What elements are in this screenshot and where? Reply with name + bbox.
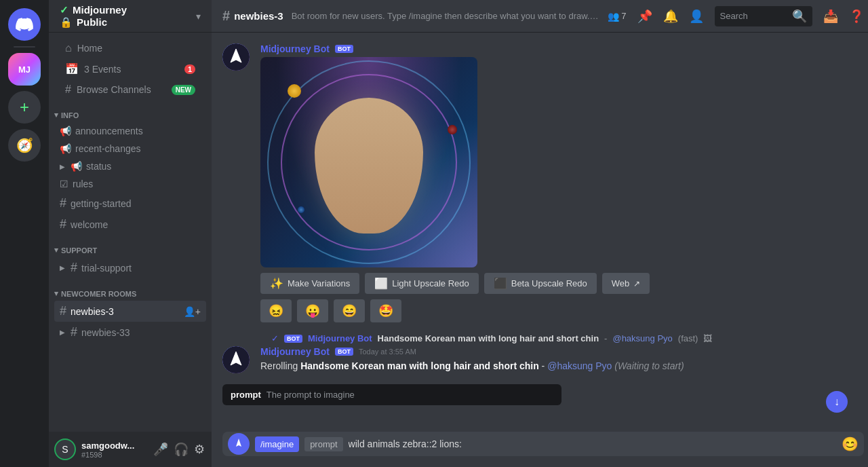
channel-welcome[interactable]: # welcome (54, 214, 206, 235)
channel-header-name: # newbies-3 (222, 8, 283, 24)
message-author-2: Midjourney Bot (260, 346, 330, 357)
message-author-1: Midjourney Bot (260, 43, 330, 54)
channel-trial-support[interactable]: ▶ # trial-support (54, 257, 206, 278)
chat-input-wrapper: /imagine prompt 😊 (222, 432, 864, 456)
bot-badge-2: BOT (335, 348, 353, 356)
scroll-to-bottom-button[interactable]: ↓ (826, 391, 848, 413)
planet-3 (298, 206, 304, 213)
check-icon: ☑ (60, 179, 68, 189)
new-badge: NEW (172, 85, 195, 95)
announce-icon-1: 📢 (60, 126, 71, 136)
prompt-tooltip: prompt The prompt to imagine (222, 384, 561, 405)
server-divider-1 (14, 46, 35, 48)
action-buttons: ✨ Make Variations ⬜ Light Upscale Redo ⬛… (260, 273, 864, 294)
channel-status[interactable]: ▶ 📢 status (54, 157, 206, 175)
message-group-2: Midjourney Bot BOT Today at 3:55 AM Rero… (222, 346, 864, 373)
hash-icon-2: # (60, 217, 66, 231)
user-avatar: S (54, 438, 76, 460)
search-input[interactable] (720, 11, 788, 21)
server-verified-icon: ✓ (60, 4, 68, 16)
verified-icon-context: ✓ (271, 333, 279, 343)
light-upscale-icon: ⬜ (374, 277, 388, 290)
search-bar[interactable]: 🔍 (715, 6, 812, 26)
channel-rules[interactable]: ☑ rules (54, 175, 206, 193)
user-info: samgoodw... #1598 (81, 441, 146, 459)
sidebar-server-midjourney[interactable]: MJ (8, 53, 41, 86)
collapse-arrow-trial: ▶ (60, 264, 65, 272)
headphone-icon[interactable]: 🎧 (172, 441, 190, 458)
reaction-btn-3[interactable]: 😄 (334, 299, 365, 322)
pin-icon[interactable]: 📌 (637, 9, 652, 24)
bell-icon[interactable]: 🔔 (663, 9, 678, 24)
channel-sidebar: ✓ Midjourney 🔒 Public ▾ ⌂ Home 📅 3 Event… (49, 0, 212, 467)
microphone-icon[interactable]: 🎤 (152, 441, 170, 458)
prompt-tag: prompt (304, 437, 342, 451)
message-header-2: Midjourney Bot BOT Today at 3:55 AM (260, 346, 864, 357)
channel-header: # newbies-3 Bot room for new users. Type… (212, 0, 868, 33)
input-area: /imagine prompt 😊 (212, 432, 868, 467)
hash-icon-3: # (71, 261, 77, 275)
message-text-2: Rerolling Handsome Korean man with long … (260, 360, 864, 373)
user-panel: S samgoodw... #1598 🎤 🎧 ⚙ (49, 432, 212, 467)
channel-recent-changes[interactable]: 📢 recent-changes (54, 140, 206, 157)
sidebar-item-home[interactable]: ⌂ Home (54, 38, 206, 58)
planet-2 (448, 125, 457, 134)
chat-input[interactable] (349, 432, 836, 456)
hash-icon-1: # (60, 196, 66, 210)
header-icons: 👥7 📌 🔔 👤 🔍 📥 ❓ (608, 6, 863, 26)
section-support[interactable]: ▾ SUPPORT (49, 235, 212, 257)
sidebar-add-server[interactable]: + (8, 91, 41, 124)
channel-newbies-33[interactable]: ▶ # newbies-33 (54, 322, 206, 343)
collapse-arrow-info: ▾ (54, 111, 58, 119)
section-newcomer-rooms[interactable]: ▾ NEWCOMER ROOMS (49, 278, 212, 301)
sidebar-server-home[interactable] (8, 8, 41, 41)
chevron-down-icon: ▾ (196, 11, 201, 22)
reaction-btn-1[interactable]: 😖 (260, 299, 292, 322)
hash-icon-5: # (71, 325, 77, 339)
reaction-btn-2[interactable]: 😛 (297, 299, 328, 322)
section-info[interactable]: ▾ INFO (49, 100, 212, 122)
channel-announcements[interactable]: 📢 announcements (54, 122, 206, 140)
help-icon[interactable]: ❓ (849, 9, 864, 24)
messages-area: Midjourney Bot BOT ✨ (212, 33, 868, 432)
context-fast: (fast) (678, 333, 698, 343)
channel-newbies-3[interactable]: # newbies-3 👤+ (54, 301, 206, 322)
make-variations-button[interactable]: ✨ Make Variations (260, 273, 359, 294)
server-header[interactable]: ✓ Midjourney 🔒 Public ▾ (49, 0, 212, 33)
light-upscale-button[interactable]: ⬜ Light Upscale Redo (365, 273, 478, 294)
channel-description: Bot room for new users. Type /imagine th… (292, 11, 600, 21)
bot-badge-1: BOT (335, 45, 353, 53)
message-header-1: Midjourney Bot BOT (260, 43, 864, 54)
sidebar-explore[interactable]: 🧭 (8, 129, 41, 162)
message-avatar-1 (222, 43, 250, 71)
member-list-icon[interactable]: 👤 (689, 9, 704, 24)
bot-badge-context: BOT (284, 335, 302, 343)
search-icon: 🔍 (792, 9, 807, 24)
message-group-1: Midjourney Bot BOT ✨ (222, 43, 864, 322)
inbox-icon[interactable]: 📥 (823, 9, 838, 24)
server-name-label: Midjourney (73, 4, 127, 16)
web-button[interactable]: Web ↗ (602, 273, 650, 294)
context-icon[interactable]: 🖼 (703, 333, 712, 343)
input-avatar (228, 433, 250, 455)
message-content-1: Midjourney Bot BOT ✨ (260, 43, 864, 322)
waiting-badge: (Waiting to start) (614, 360, 684, 371)
user-controls: 🎤 🎧 ⚙ (152, 441, 206, 458)
context-bold: Handsome Korean man with long hair and s… (378, 333, 599, 343)
context-mention: @haksung Pyo (612, 333, 672, 343)
channel-getting-started[interactable]: # getting-started (54, 193, 206, 214)
context-author: Midjourney Bot (308, 333, 372, 343)
announce-icon-3: 📢 (71, 161, 82, 172)
emoji-button[interactable]: 😊 (842, 436, 859, 452)
hash-icon-4: # (60, 304, 66, 318)
chevron-down-scroll-icon: ↓ (834, 396, 840, 408)
browse-icon: # (65, 83, 71, 96)
user-name: samgoodw... (81, 441, 146, 451)
sidebar-item-browse[interactable]: # Browse Channels NEW (54, 79, 206, 100)
reaction-btn-4[interactable]: 🤩 (370, 299, 401, 322)
settings-icon[interactable]: ⚙ (193, 441, 206, 458)
beta-upscale-button[interactable]: ⬛ Beta Upscale Redo (484, 273, 597, 294)
sidebar-item-events[interactable]: 📅 3 Events 1 (54, 58, 206, 79)
add-member-icon[interactable]: 👤+ (184, 306, 201, 317)
members-icon[interactable]: 👥7 (608, 11, 626, 22)
